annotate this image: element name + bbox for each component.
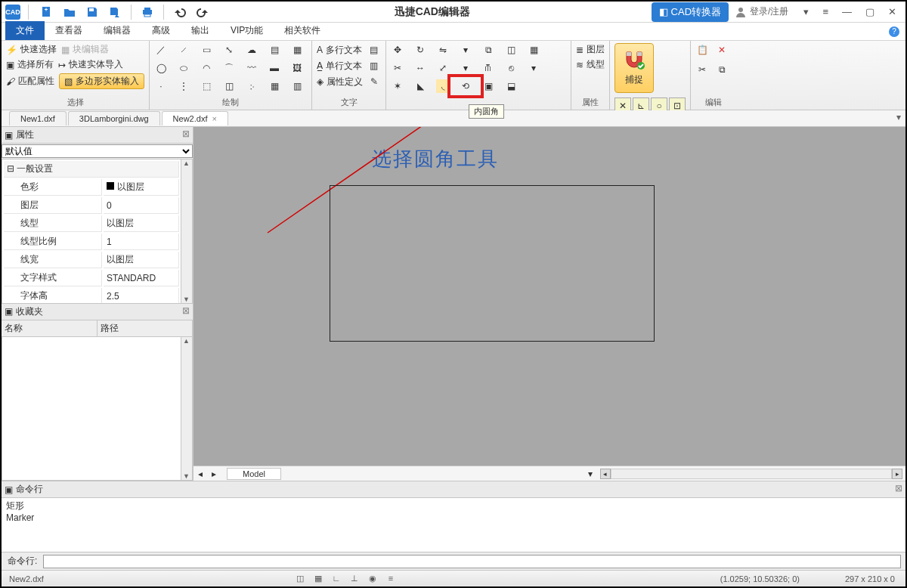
status-snap-icon[interactable]: ◫ xyxy=(293,574,307,583)
polygon-entity-button[interactable]: ▧多边形实体输入 xyxy=(59,73,144,89)
delete-icon[interactable]: ✕ xyxy=(715,43,729,57)
window-maximize-icon[interactable]: ▢ xyxy=(865,6,874,17)
mirror-icon[interactable]: ⇋ xyxy=(436,43,450,57)
hatch-icon[interactable]: ▦ xyxy=(290,43,304,57)
capture-big-button[interactable]: 捕捉 xyxy=(614,43,654,93)
scroll-left-icon[interactable]: ◂ xyxy=(600,469,611,479)
document-tab[interactable]: New1.dxf xyxy=(9,111,67,125)
fast-import-button[interactable]: ↦快速实体导入 xyxy=(58,58,123,71)
ribbon-tab-related[interactable]: 相关软件 xyxy=(274,21,331,40)
model-tabs-overflow-icon[interactable]: ▾ xyxy=(584,469,597,479)
polyline-icon[interactable]: ⟋ xyxy=(177,43,190,57)
close-tab-icon[interactable]: × xyxy=(212,114,216,123)
status-polar-icon[interactable]: ⊥ xyxy=(348,574,361,583)
join-icon[interactable]: ⫚ xyxy=(481,61,495,75)
ribbon-tab-editor[interactable]: 编辑器 xyxy=(93,21,141,40)
ribbon-tab-file[interactable]: 文件 xyxy=(5,21,45,40)
rectangle-icon[interactable]: ▭ xyxy=(200,43,213,57)
dimension-icon[interactable]: ⤡ xyxy=(222,43,236,57)
scale-dropdown-icon[interactable]: ▾ xyxy=(459,43,472,57)
extend-icon[interactable]: ↔ xyxy=(413,61,427,75)
status-lineweight-icon[interactable]: ≡ xyxy=(384,574,398,583)
select-all-button[interactable]: ▣选择所有 xyxy=(6,58,54,71)
hatch-dashed-icon[interactable]: ▤ xyxy=(268,43,281,57)
commandline-input[interactable] xyxy=(43,555,901,568)
break-icon[interactable]: ⎋ xyxy=(504,61,518,75)
status-grid-icon[interactable]: ▦ xyxy=(311,574,325,583)
spline-icon[interactable]: 〰 xyxy=(245,61,258,75)
model-tab[interactable]: Model xyxy=(227,468,281,480)
section-general[interactable]: ⊟ 一般设置 xyxy=(4,161,179,178)
new-file-icon[interactable] xyxy=(40,5,54,19)
ribbon-tab-output[interactable]: 输出 xyxy=(181,21,220,40)
stext-button[interactable]: A̲单行文本 xyxy=(317,60,362,73)
ribbon-tab-advanced[interactable]: 高级 xyxy=(141,21,181,40)
edit-text-icon[interactable]: ✎ xyxy=(367,75,381,88)
trace-icon[interactable]: ჻ xyxy=(245,79,258,93)
panel-close-icon[interactable]: ⊠ xyxy=(895,483,902,494)
attdef-button[interactable]: ◈属性定义 xyxy=(317,76,363,88)
mtext-button[interactable]: A多行文本 xyxy=(317,44,362,57)
arc-icon[interactable]: ⌒ xyxy=(222,61,236,75)
saveas-icon[interactable] xyxy=(108,5,122,19)
favorites-scrollbar[interactable] xyxy=(181,337,192,481)
rectangle-fill-icon[interactable]: ▬ xyxy=(268,61,281,75)
document-tab[interactable]: 3DLamborgini.dwg xyxy=(68,111,160,125)
divide-icon[interactable]: ⋮ xyxy=(177,79,190,93)
save-icon[interactable] xyxy=(85,5,99,19)
block-insert-icon[interactable]: ⬓ xyxy=(504,79,518,93)
undo-icon[interactable] xyxy=(173,5,187,19)
open-folder-icon[interactable] xyxy=(63,5,76,19)
block-editor-button[interactable]: ▦块编辑器 xyxy=(61,43,109,56)
drawing-canvas[interactable]: 选择圆角工具 xyxy=(193,127,905,466)
window-close-icon[interactable]: ✕ xyxy=(888,6,896,17)
cad-converter-button[interactable]: ◧ CAD转换器 xyxy=(652,2,729,22)
point-icon[interactable]: · xyxy=(154,79,168,93)
model-tabs-next-icon[interactable]: ▸ xyxy=(207,469,221,479)
status-ortho-icon[interactable]: ∟ xyxy=(330,574,343,583)
callout-icon[interactable]: ◫ xyxy=(222,79,236,93)
panel-close-icon[interactable]: ⊠ xyxy=(182,305,190,316)
move-icon[interactable]: ✥ xyxy=(391,43,404,57)
linetype-button[interactable]: ≋线型 xyxy=(576,58,605,71)
offset-icon[interactable]: ◫ xyxy=(504,43,518,57)
line-icon[interactable]: ／ xyxy=(154,43,168,57)
help-icon[interactable]: ? xyxy=(889,26,899,37)
cut-icon[interactable]: ✂ xyxy=(695,63,709,76)
ribbon-tab-vip[interactable]: VIP功能 xyxy=(220,21,274,40)
array-icon[interactable]: ▦ xyxy=(527,43,540,57)
copy-array-icon[interactable]: ⧉ xyxy=(481,43,495,57)
document-tab[interactable]: New2.dxf× xyxy=(162,111,228,125)
window-minimize-icon[interactable]: — xyxy=(842,6,852,17)
login-button[interactable]: 登录/注册 xyxy=(735,5,788,18)
table-icon[interactable]: ▦ xyxy=(268,79,281,93)
horizontal-scrollbar[interactable]: ◂ ▸ xyxy=(600,469,902,479)
circle-icon[interactable]: ◯ xyxy=(154,61,168,75)
window-menu-icon[interactable]: ≡ xyxy=(822,6,828,17)
layer-button[interactable]: ≣图层 xyxy=(576,43,605,56)
properties-scrollbar[interactable] xyxy=(181,159,192,303)
status-osnap-icon[interactable]: ◉ xyxy=(366,574,379,583)
copy-icon[interactable]: ⧉ xyxy=(715,63,729,76)
image-icon[interactable]: 🖼 xyxy=(290,61,304,75)
dashed-box-icon[interactable]: ⬚ xyxy=(200,79,213,93)
chamfer-icon[interactable]: ◣ xyxy=(413,79,427,93)
lengthen-dropdown-icon[interactable]: ▾ xyxy=(459,61,472,75)
scroll-right-icon[interactable]: ▸ xyxy=(892,469,902,479)
trim-icon[interactable]: ✂ xyxy=(391,61,404,75)
ribbon-tab-viewer[interactable]: 查看器 xyxy=(45,21,93,40)
ellipse-icon[interactable]: ⬭ xyxy=(177,61,190,75)
favorites-col-path[interactable]: 路径 xyxy=(98,320,193,336)
model-tabs-prev-icon[interactable]: ◂ xyxy=(193,469,207,479)
stretch-icon[interactable]: ⤢ xyxy=(436,61,450,75)
revision-cloud-icon[interactable]: ☁ xyxy=(245,43,258,57)
paste-icon[interactable]: 📋 xyxy=(695,43,709,57)
print-icon[interactable] xyxy=(141,5,154,19)
explode-icon[interactable]: ✶ xyxy=(391,79,404,93)
tabs-overflow-icon[interactable]: ▾ xyxy=(896,112,901,122)
insert-table-icon[interactable]: ▥ xyxy=(290,79,304,93)
window-dropdown-icon[interactable]: ▾ xyxy=(803,6,809,17)
quick-select-button[interactable]: ⚡快速选择 xyxy=(6,43,57,56)
text-format-2-icon[interactable]: ▥ xyxy=(367,59,380,73)
align-dropdown-icon[interactable]: ▾ xyxy=(527,61,540,75)
